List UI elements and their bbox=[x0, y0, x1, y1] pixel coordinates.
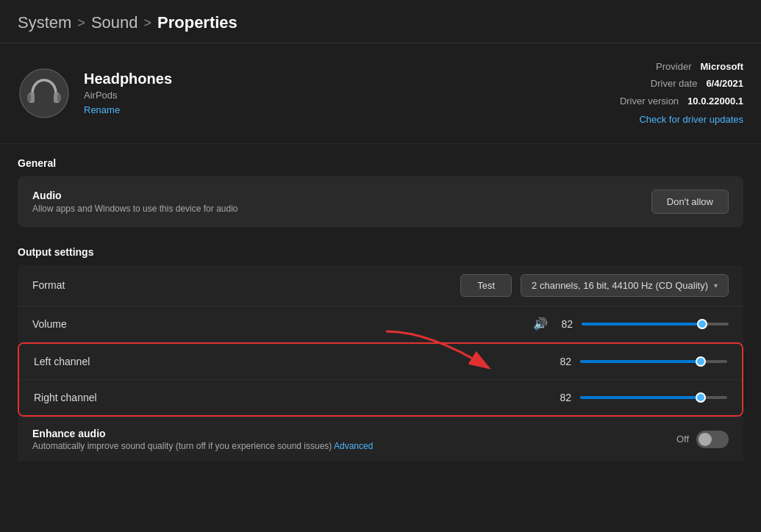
audio-title: Audio bbox=[32, 190, 238, 201]
breadcrumb-system[interactable]: System bbox=[18, 13, 71, 32]
general-title: General bbox=[18, 157, 743, 169]
breadcrumb: System > Sound > Properties bbox=[18, 13, 743, 32]
driver-version-row: Driver version 10.0.22000.1 bbox=[620, 93, 743, 109]
driver-date-value: 6/4/2021 bbox=[706, 75, 743, 92]
right-channel-controls: 82 bbox=[555, 390, 727, 405]
enhance-title: Enhance audio bbox=[32, 428, 373, 439]
channel-rows-container: Left channel 82 Right channel 82 bbox=[18, 342, 743, 417]
volume-value: 82 bbox=[557, 318, 573, 330]
volume-slider-thumb[interactable] bbox=[697, 319, 707, 329]
right-slider-track bbox=[580, 396, 727, 399]
volume-icon: 🔊 bbox=[533, 317, 548, 331]
headphones-icon bbox=[19, 68, 69, 118]
device-model: AirPods bbox=[84, 90, 620, 101]
volume-controls: 🔊 82 bbox=[533, 317, 729, 331]
breadcrumb-properties: Properties bbox=[157, 13, 237, 32]
audio-row: Audio Allow apps and Windows to use this… bbox=[18, 176, 743, 227]
right-channel-row: Right channel 82 bbox=[19, 380, 742, 415]
format-row: Format Test 2 channels, 16 bit, 44100 Hz… bbox=[18, 265, 743, 306]
left-slider-fill bbox=[580, 360, 701, 363]
volume-label: Volume bbox=[32, 318, 121, 330]
enhance-audio-row: Enhance audio Automatically improve soun… bbox=[18, 417, 743, 461]
enhance-toggle[interactable] bbox=[696, 431, 729, 448]
device-icon bbox=[18, 67, 71, 120]
provider-label: Provider bbox=[656, 58, 691, 75]
enhance-off-label: Off bbox=[676, 434, 689, 445]
general-section: General Audio Allow apps and Windows to … bbox=[0, 144, 761, 233]
header: System > Sound > Properties bbox=[0, 0, 761, 43]
enhance-label: Enhance audio Automatically improve soun… bbox=[32, 428, 373, 451]
driver-date-row: Driver date 6/4/2021 bbox=[620, 75, 743, 92]
enhance-desc: Automatically improve sound quality (tur… bbox=[32, 441, 373, 451]
svg-rect-4 bbox=[57, 94, 61, 101]
test-button[interactable]: Test bbox=[460, 274, 512, 297]
left-channel-label: Left channel bbox=[34, 356, 122, 367]
right-channel-value: 82 bbox=[555, 392, 571, 403]
format-value: 2 channels, 16 bit, 44100 Hz (CD Quality… bbox=[532, 280, 708, 291]
check-updates-link[interactable]: Check for driver updates bbox=[620, 111, 743, 128]
enhance-desc-text: Automatically improve sound quality (tur… bbox=[32, 441, 332, 451]
svg-point-0 bbox=[20, 69, 68, 118]
left-slider-track bbox=[580, 360, 727, 363]
format-control: Test 2 channels, 16 bit, 44100 Hz (CD Qu… bbox=[460, 274, 729, 297]
right-channel-slider[interactable] bbox=[580, 390, 727, 405]
volume-slider-fill bbox=[582, 323, 702, 326]
driver-info: Provider Microsoft Driver date 6/4/2021 … bbox=[620, 58, 743, 129]
audio-desc: Allow apps and Windows to use this devic… bbox=[32, 204, 238, 214]
provider-value: Microsoft bbox=[701, 58, 744, 75]
right-slider-fill bbox=[580, 396, 701, 399]
toggle-thumb bbox=[699, 433, 712, 446]
device-details: Headphones AirPods Rename bbox=[84, 71, 620, 115]
provider-row: Provider Microsoft bbox=[620, 58, 743, 75]
left-channel-row: Left channel 82 bbox=[19, 344, 742, 380]
breadcrumb-sound[interactable]: Sound bbox=[91, 13, 138, 32]
left-channel-value: 82 bbox=[555, 356, 571, 367]
output-settings-section: Output settings Format Test 2 channels, … bbox=[0, 233, 761, 466]
right-slider-thumb[interactable] bbox=[696, 392, 706, 403]
output-settings-title: Output settings bbox=[18, 246, 743, 258]
audio-row-text: Audio Allow apps and Windows to use this… bbox=[32, 190, 238, 214]
advanced-link[interactable]: Advanced bbox=[334, 441, 373, 451]
enhance-right: Off bbox=[676, 431, 729, 448]
chevron-down-icon: ▾ bbox=[714, 281, 718, 290]
left-channel-slider[interactable] bbox=[580, 354, 727, 369]
rename-link[interactable]: Rename bbox=[84, 104, 120, 115]
device-name: Headphones bbox=[84, 71, 620, 87]
format-select[interactable]: 2 channels, 16 bit, 44100 Hz (CD Quality… bbox=[521, 274, 729, 297]
breadcrumb-sep2: > bbox=[144, 15, 152, 31]
left-slider-thumb[interactable] bbox=[696, 356, 706, 367]
format-label: Format bbox=[32, 279, 121, 291]
dont-allow-button[interactable]: Don't allow bbox=[651, 190, 729, 214]
driver-version-label: Driver version bbox=[620, 93, 679, 109]
volume-row: Volume 🔊 82 bbox=[18, 306, 743, 342]
breadcrumb-sep1: > bbox=[77, 15, 85, 31]
device-info-section: Headphones AirPods Rename Provider Micro… bbox=[0, 43, 761, 144]
volume-slider[interactable] bbox=[582, 317, 729, 331]
svg-rect-3 bbox=[27, 94, 31, 101]
volume-slider-track bbox=[582, 323, 729, 326]
driver-date-label: Driver date bbox=[651, 75, 698, 92]
driver-version-value: 10.0.22000.1 bbox=[687, 93, 743, 109]
left-channel-controls: 82 bbox=[555, 354, 727, 369]
right-channel-label: Right channel bbox=[34, 392, 122, 403]
